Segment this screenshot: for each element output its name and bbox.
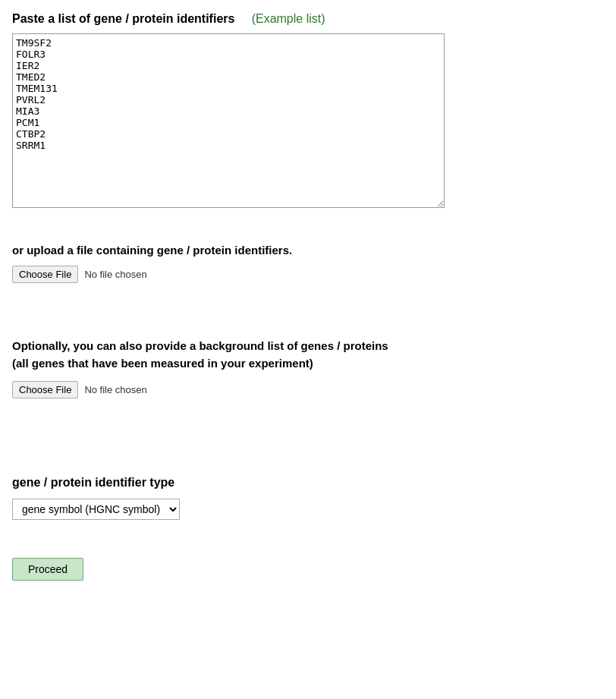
proceed-section: Proceed <box>12 558 604 581</box>
gene-file-status: No file chosen <box>84 269 146 280</box>
background-heading-line2: (all genes that have been measured in yo… <box>12 357 313 370</box>
gene-list-textarea[interactable]: TM9SF2 FOLR3 IER2 TMED2 TMEM131 PVRL2 MI… <box>12 33 445 208</box>
background-file-status: No file chosen <box>84 384 146 395</box>
background-heading: Optionally, you can also provide a backg… <box>12 338 604 372</box>
paste-heading: Paste a list of gene / protein identifie… <box>12 12 604 26</box>
choose-background-file-button[interactable]: Choose File <box>12 381 78 398</box>
background-file-row: Choose File No file chosen <box>12 381 604 398</box>
upload-gene-section: or upload a file containing gene / prote… <box>12 244 604 283</box>
identifier-type-label: gene / protein identifier type <box>12 476 604 490</box>
identifier-type-select[interactable]: gene symbol (HGNC symbol) Ensembl gene I… <box>12 499 180 520</box>
upload-gene-label: or upload a file containing gene / prote… <box>12 244 604 257</box>
background-section: Optionally, you can also provide a backg… <box>12 338 604 398</box>
upload-gene-file-row: Choose File No file chosen <box>12 266 604 283</box>
paste-heading-text: Paste a list of gene / protein identifie… <box>12 12 234 25</box>
proceed-button[interactable]: Proceed <box>12 558 83 581</box>
background-heading-line1: Optionally, you can also provide a backg… <box>12 339 388 352</box>
identifier-type-section: gene / protein identifier type gene symb… <box>12 476 604 520</box>
paste-section: Paste a list of gene / protein identifie… <box>12 12 604 210</box>
example-list-link[interactable]: (Example list) <box>252 12 325 25</box>
choose-gene-file-button[interactable]: Choose File <box>12 266 78 283</box>
